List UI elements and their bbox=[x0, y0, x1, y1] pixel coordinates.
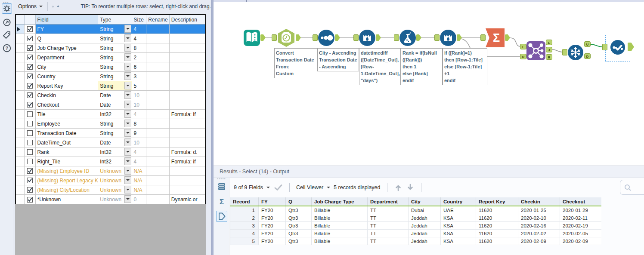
results-table-row[interactable]: 1FY20Qtr3BillableTTDubaiUAE116202020-01-… bbox=[230, 206, 601, 214]
field-description-cell[interactable]: Formula: if bbox=[170, 157, 205, 166]
field-rename-cell[interactable] bbox=[146, 34, 170, 43]
results-cell[interactable]: KSA bbox=[440, 230, 476, 237]
results-column-header[interactable]: Record bbox=[230, 197, 258, 206]
field-rename-cell[interactable] bbox=[146, 176, 170, 185]
field-checkbox[interactable] bbox=[27, 45, 33, 51]
fields-summary-dropdown[interactable]: 9 of 9 Fields bbox=[234, 184, 263, 190]
type-dropdown-button[interactable] bbox=[124, 101, 131, 108]
type-dropdown-button[interactable] bbox=[124, 148, 131, 156]
field-size-cell[interactable]: N/A bbox=[132, 185, 147, 194]
results-cell[interactable]: FY20 bbox=[258, 214, 285, 221]
tool-multi-row-formula[interactable] bbox=[359, 29, 376, 48]
field-row-14[interactable]: RankInt324Formula: d. bbox=[16, 147, 205, 157]
field-column-header[interactable]: Field bbox=[36, 15, 99, 24]
results-column-header[interactable]: Department bbox=[367, 197, 408, 206]
field-row-2[interactable]: QString4 bbox=[16, 34, 205, 43]
results-cell[interactable]: 2020-02-16 bbox=[518, 222, 560, 229]
field-checkbox[interactable] bbox=[27, 36, 33, 41]
run-workflow-icon[interactable] bbox=[2, 17, 12, 28]
field-checkbox[interactable] bbox=[27, 140, 33, 145]
type-column-header[interactable]: Type bbox=[98, 15, 132, 24]
results-cell[interactable]: KSA bbox=[440, 214, 476, 221]
field-description-cell[interactable] bbox=[170, 34, 205, 43]
field-description-cell[interactable] bbox=[170, 43, 205, 52]
field-row-18[interactable]: (Missing) City/LocationUnknownN/A bbox=[16, 185, 205, 195]
results-cell[interactable]: KSA bbox=[440, 237, 476, 245]
results-cell[interactable]: 2020-02-05 bbox=[560, 230, 601, 237]
field-row-15[interactable]: Right_TileInt324Formula: if bbox=[16, 157, 205, 166]
tool-input-data[interactable] bbox=[243, 29, 260, 48]
field-checkbox[interactable] bbox=[27, 187, 33, 193]
field-size-cell[interactable]: 4 bbox=[132, 25, 147, 34]
annotation-sort[interactable]: City - Ascending Transaction Date - Asce… bbox=[317, 48, 359, 71]
field-checkbox[interactable] bbox=[27, 55, 33, 60]
table-view-icon[interactable] bbox=[216, 181, 227, 192]
results-column-header[interactable]: Country bbox=[440, 197, 476, 206]
results-column-header[interactable]: Q bbox=[285, 197, 311, 206]
field-size-cell[interactable]: 10 bbox=[132, 138, 147, 147]
field-row-7[interactable]: Report KeyString5 bbox=[16, 81, 205, 91]
results-cell[interactable]: Jeddah bbox=[408, 222, 440, 229]
tool-sort[interactable] bbox=[318, 29, 335, 48]
unique-output-anchor-duplicate[interactable]: D bbox=[584, 53, 591, 59]
field-type-cell[interactable]: Int32 bbox=[98, 147, 132, 157]
type-dropdown-button[interactable] bbox=[124, 157, 131, 165]
field-row-10[interactable]: TileInt324Formula: if bbox=[16, 110, 205, 119]
field-checkbox[interactable] bbox=[27, 102, 33, 108]
field-type-cell[interactable]: String bbox=[98, 62, 132, 71]
field-rename-cell[interactable] bbox=[146, 138, 170, 147]
results-column-header[interactable]: City bbox=[408, 197, 440, 206]
field-checkbox[interactable] bbox=[27, 64, 33, 70]
field-description-cell[interactable] bbox=[170, 185, 205, 194]
field-size-cell[interactable]: N/A bbox=[132, 166, 147, 175]
type-dropdown-button[interactable] bbox=[124, 129, 131, 137]
size-column-header[interactable]: Size bbox=[132, 15, 147, 24]
field-name-cell[interactable]: DateTime_Out bbox=[36, 138, 99, 147]
field-rename-cell[interactable] bbox=[146, 185, 170, 194]
field-type-cell[interactable]: Date bbox=[98, 138, 132, 147]
field-row-5[interactable]: CityString6 bbox=[16, 62, 205, 72]
record-number-cell[interactable]: 2 bbox=[230, 214, 258, 221]
workflow-canvas[interactable]: Σ L R L J R U D bbox=[214, 0, 644, 166]
field-name-cell[interactable]: Checkout bbox=[36, 100, 99, 109]
join-output-anchor-right[interactable]: R bbox=[546, 54, 552, 60]
results-column-header[interactable]: Report Key bbox=[476, 197, 518, 206]
field-name-cell[interactable]: (Missing) Employee ID bbox=[36, 166, 99, 175]
tool-select[interactable] bbox=[610, 40, 625, 57]
field-name-cell[interactable]: Department bbox=[36, 53, 99, 62]
field-size-cell[interactable]: 6 bbox=[132, 62, 147, 71]
results-cell[interactable]: TT bbox=[367, 206, 408, 214]
results-table-row[interactable]: 2FY20Qtr3BillableTTJeddahKSA116202020-02… bbox=[230, 214, 601, 222]
type-dropdown-button[interactable] bbox=[124, 53, 131, 61]
field-size-cell[interactable]: 8 bbox=[132, 43, 147, 52]
results-cell[interactable]: 2020-02-09 bbox=[560, 237, 601, 245]
field-checkbox[interactable] bbox=[27, 159, 33, 164]
type-dropdown-button[interactable] bbox=[124, 186, 131, 194]
field-description-cell[interactable] bbox=[170, 100, 205, 109]
type-dropdown-button[interactable] bbox=[124, 138, 131, 146]
field-type-cell[interactable]: String bbox=[98, 81, 132, 90]
search-box[interactable] bbox=[620, 180, 644, 195]
field-row-13[interactable]: DateTime_OutDate10 bbox=[16, 138, 205, 147]
results-column-header[interactable]: FY bbox=[258, 197, 285, 206]
field-type-cell[interactable]: String bbox=[98, 34, 132, 43]
field-rename-cell[interactable] bbox=[146, 81, 170, 90]
field-rename-cell[interactable] bbox=[146, 91, 170, 100]
type-dropdown-button[interactable] bbox=[124, 176, 131, 184]
checkbox-header[interactable] bbox=[25, 15, 36, 24]
type-dropdown-button[interactable] bbox=[124, 91, 131, 99]
field-name-cell[interactable]: Checkin bbox=[36, 91, 99, 100]
sort-input-anchor[interactable] bbox=[313, 34, 318, 41]
description-column-header[interactable]: Description bbox=[170, 15, 205, 24]
field-checkbox[interactable] bbox=[27, 111, 33, 117]
field-checkbox[interactable] bbox=[27, 197, 33, 203]
results-cell[interactable]: Qtr3 bbox=[285, 230, 311, 237]
results-cell[interactable]: FY20 bbox=[258, 230, 285, 237]
results-column-header[interactable]: Job Charge Type bbox=[311, 197, 367, 206]
field-type-cell[interactable]: Date bbox=[98, 91, 132, 100]
results-cell[interactable]: 11620 bbox=[476, 214, 518, 221]
type-dropdown-button[interactable] bbox=[124, 44, 131, 52]
results-cell[interactable]: Billable bbox=[311, 237, 367, 245]
field-description-cell[interactable]: Formula: if bbox=[170, 110, 205, 119]
tool-join[interactable] bbox=[526, 41, 546, 62]
